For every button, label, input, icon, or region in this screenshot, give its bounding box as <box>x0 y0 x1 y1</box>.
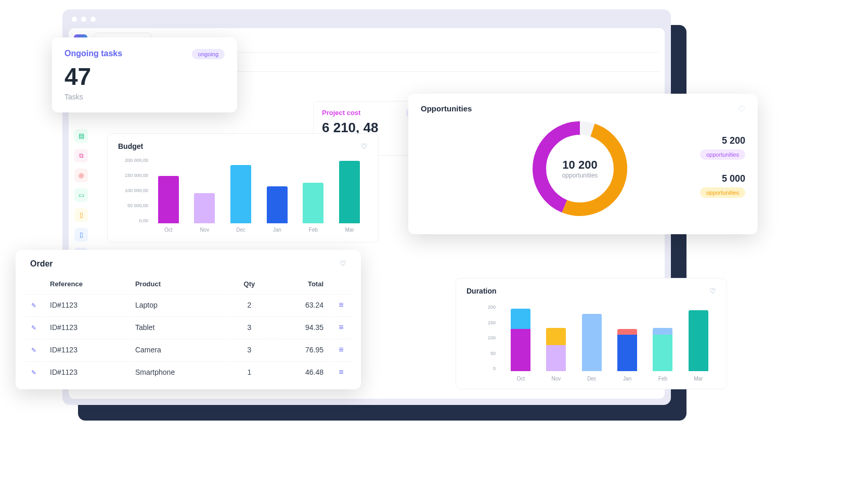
rail-briefcase-icon[interactable]: ▭ <box>74 188 88 202</box>
opportunities-card: Opportunities ♡ 10 200 opportunities 5 2… <box>408 94 758 234</box>
menu-icon[interactable]: ≡ <box>339 367 343 376</box>
order-card: Order ♡ Reference Product Qty Total ✎ID#… <box>16 250 361 389</box>
opportunity-stats: 5 200 opportunities 5 000 opportunities <box>700 135 745 211</box>
edit-icon[interactable]: ✎ <box>31 347 36 354</box>
edit-icon[interactable]: ✎ <box>31 324 36 332</box>
stacked-bar <box>546 328 566 371</box>
cell-product: Smartphone <box>129 361 226 383</box>
cell-product: Tablet <box>129 316 226 338</box>
cell-total: 63.24 <box>273 294 330 315</box>
menu-icon[interactable]: ≡ <box>339 300 343 309</box>
cell-product: Laptop <box>129 294 226 315</box>
col-qty: Qty <box>227 277 271 293</box>
table-row: ✎ID#1123Tablet394.35≡ <box>25 316 352 338</box>
cell-reference: ID#1123 <box>44 339 128 360</box>
ongoing-tasks-card: Ongoing tasks 47 Tasks ongoing <box>52 37 237 112</box>
status-badge: ongoing <box>192 49 225 59</box>
rail-chart-icon[interactable]: ▤ <box>74 129 88 143</box>
cell-qty: 2 <box>227 294 271 315</box>
donut-label: opportunities <box>562 172 598 179</box>
table-row: ✎ID#1123Camera376.95≡ <box>25 339 352 360</box>
window-control-dot[interactable] <box>72 17 77 22</box>
stat-badge: opportunities <box>700 149 745 160</box>
cell-reference: ID#1123 <box>44 361 128 383</box>
cell-product: Camera <box>129 339 226 360</box>
window-controls[interactable] <box>72 17 96 22</box>
stacked-bar <box>617 329 637 371</box>
cell-total: 46.48 <box>273 361 330 383</box>
donut-total: 10 200 <box>562 158 598 172</box>
table-row: ✎ID#1123Smartphone146.48≡ <box>25 361 352 383</box>
order-table: Reference Product Qty Total ✎ID#1123Lapt… <box>16 276 361 384</box>
card-title: Opportunities <box>421 104 745 113</box>
donut-chart: 10 200 opportunities <box>528 117 632 221</box>
edit-icon[interactable]: ✎ <box>31 302 36 309</box>
card-title: Order <box>30 259 53 269</box>
rail-target-icon[interactable]: ◎ <box>74 169 88 182</box>
cell-total: 76.95 <box>273 339 330 360</box>
window-control-dot[interactable] <box>90 17 96 22</box>
panel-title: Duration <box>467 287 497 295</box>
bars <box>150 161 368 223</box>
table-row: ✎ID#1123Laptop263.24≡ <box>25 294 352 315</box>
rail-doc-icon[interactable]: ▯ <box>74 208 88 222</box>
bar-chart: 200 000,00150 000,00100 000,0050 000,000… <box>150 158 368 233</box>
menu-icon[interactable]: ≡ <box>339 345 343 354</box>
menu-icon[interactable]: ≡ <box>339 323 343 332</box>
budget-chart-panel: Budget ♡ 200 000,00150 000,00100 000,005… <box>107 133 379 243</box>
stacked-bar <box>653 328 672 371</box>
bar <box>303 183 323 223</box>
cell-total: 94.35 <box>273 316 330 338</box>
stat-badge: opportunities <box>700 187 745 198</box>
stacked-bars <box>503 309 716 371</box>
stacked-bar <box>511 309 530 371</box>
bar <box>230 165 251 223</box>
cell-reference: ID#1123 <box>44 294 128 315</box>
card-unit: Tasks <box>64 93 122 101</box>
heart-icon[interactable]: ♡ <box>361 142 368 150</box>
col-reference: Reference <box>44 277 128 293</box>
window-control-dot[interactable] <box>81 17 86 22</box>
heart-icon[interactable]: ♡ <box>709 287 716 295</box>
duration-chart-panel: Duration ♡ 200150100500 OctNovDecJanFebM… <box>456 278 727 389</box>
cell-qty: 3 <box>227 339 271 360</box>
y-axis: 200 000,00150 000,00100 000,0050 000,000… <box>118 158 148 223</box>
cell-qty: 1 <box>227 361 271 383</box>
bar <box>339 161 360 223</box>
heart-icon[interactable]: ♡ <box>738 104 745 114</box>
x-axis: OctNovDecJanFebMar <box>503 376 716 382</box>
stat-value: 5 200 <box>700 135 745 146</box>
stacked-bar <box>689 310 708 371</box>
cell-reference: ID#1123 <box>44 316 128 338</box>
card-title: Ongoing tasks <box>64 49 122 58</box>
y-axis: 200150100500 <box>476 304 496 371</box>
rail-phone-icon[interactable]: ▯ <box>74 228 88 242</box>
rail-cart-icon[interactable]: ⧉ <box>74 149 88 162</box>
heart-icon[interactable]: ♡ <box>340 259 346 269</box>
bar <box>194 193 215 223</box>
card-value: 47 <box>64 65 122 88</box>
stacked-bar <box>582 314 602 371</box>
col-product: Product <box>129 277 226 293</box>
bar <box>158 176 179 223</box>
x-axis: OctNovDecJanFebMar <box>150 227 368 233</box>
col-total: Total <box>273 277 330 293</box>
panel-title: Budget <box>118 142 143 150</box>
cell-qty: 3 <box>227 316 271 338</box>
bar <box>267 186 288 223</box>
stat-value: 5 000 <box>700 173 745 184</box>
edit-icon[interactable]: ✎ <box>31 369 36 376</box>
